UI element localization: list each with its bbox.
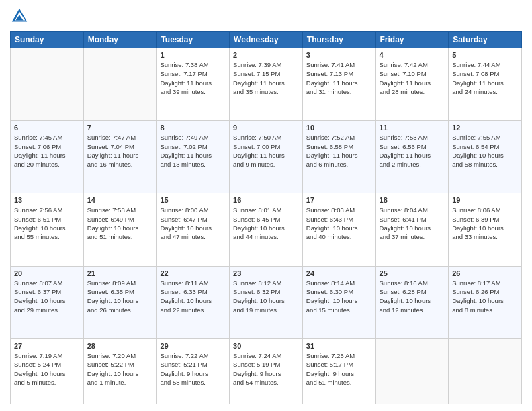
calendar-cell: 10Sunrise: 7:52 AM Sunset: 6:58 PM Dayli… [302,121,375,193]
day-content: Sunrise: 7:45 AM Sunset: 7:06 PM Dayligh… [14,133,80,169]
day-content: Sunrise: 8:17 AM Sunset: 6:26 PM Dayligh… [452,279,518,314]
day-number: 10 [306,124,372,132]
weekday-header-monday: Monday [83,32,157,48]
day-content: Sunrise: 7:25 AM Sunset: 5:17 PM Dayligh… [306,351,372,387]
day-content: Sunrise: 7:42 AM Sunset: 7:10 PM Dayligh… [380,60,445,96]
calendar-cell: 29Sunrise: 7:22 AM Sunset: 5:21 PM Dayli… [157,338,230,404]
day-number: 23 [233,269,299,277]
calendar-cell: 3Sunrise: 7:41 AM Sunset: 7:13 PM Daylig… [302,48,375,121]
day-number: 1 [160,51,226,59]
calendar-cell: 27Sunrise: 7:19 AM Sunset: 5:24 PM Dayli… [11,338,84,404]
calendar-cell: 26Sunrise: 8:17 AM Sunset: 6:26 PM Dayli… [449,266,522,338]
day-content: Sunrise: 7:39 AM Sunset: 7:15 PM Dayligh… [233,60,299,96]
weekday-header-saturday: Saturday [449,32,522,48]
day-content: Sunrise: 8:11 AM Sunset: 6:33 PM Dayligh… [160,279,226,314]
day-number: 31 [306,342,372,350]
day-content: Sunrise: 8:12 AM Sunset: 6:32 PM Dayligh… [233,279,299,314]
calendar-cell [449,338,522,404]
weekday-header-thursday: Thursday [302,32,375,48]
day-number: 21 [87,269,153,277]
calendar-cell [375,338,449,404]
day-number: 28 [87,342,153,350]
calendar-cell: 17Sunrise: 8:03 AM Sunset: 6:43 PM Dayli… [302,193,375,266]
day-number: 9 [233,124,299,132]
calendar-cell: 19Sunrise: 8:06 AM Sunset: 6:39 PM Dayli… [449,193,522,266]
calendar-cell: 4Sunrise: 7:42 AM Sunset: 7:10 PM Daylig… [375,48,449,121]
header [10,7,522,26]
day-number: 6 [14,124,80,132]
calendar-cell: 2Sunrise: 7:39 AM Sunset: 7:15 PM Daylig… [230,48,303,121]
calendar-cell: 16Sunrise: 8:01 AM Sunset: 6:45 PM Dayli… [230,193,303,266]
calendar-cell: 20Sunrise: 8:07 AM Sunset: 6:37 PM Dayli… [11,266,84,338]
day-number: 12 [452,124,518,132]
day-number: 7 [87,124,153,132]
day-content: Sunrise: 7:24 AM Sunset: 5:19 PM Dayligh… [233,351,299,387]
day-content: Sunrise: 8:03 AM Sunset: 6:43 PM Dayligh… [306,205,372,241]
day-content: Sunrise: 7:44 AM Sunset: 7:08 PM Dayligh… [452,60,518,96]
calendar-cell: 15Sunrise: 8:00 AM Sunset: 6:47 PM Dayli… [157,193,230,266]
calendar-cell: 24Sunrise: 8:14 AM Sunset: 6:30 PM Dayli… [302,266,375,338]
weekday-header-row: SundayMondayTuesdayWednesdayThursdayFrid… [11,32,522,48]
weekday-header-tuesday: Tuesday [157,32,230,48]
calendar-week-row: 6Sunrise: 7:45 AM Sunset: 7:06 PM Daylig… [11,121,522,193]
calendar-week-row: 20Sunrise: 8:07 AM Sunset: 6:37 PM Dayli… [11,266,522,338]
calendar-cell: 28Sunrise: 7:20 AM Sunset: 5:22 PM Dayli… [83,338,157,404]
calendar-cell: 21Sunrise: 8:09 AM Sunset: 6:35 PM Dayli… [83,266,157,338]
calendar-cell: 18Sunrise: 8:04 AM Sunset: 6:41 PM Dayli… [375,193,449,266]
day-content: Sunrise: 7:55 AM Sunset: 6:54 PM Dayligh… [452,133,518,169]
day-content: Sunrise: 7:22 AM Sunset: 5:21 PM Dayligh… [160,351,226,387]
day-content: Sunrise: 7:49 AM Sunset: 7:02 PM Dayligh… [160,133,226,169]
day-number: 22 [160,269,226,277]
day-number: 26 [452,269,518,277]
day-content: Sunrise: 7:20 AM Sunset: 5:22 PM Dayligh… [87,351,153,387]
day-number: 11 [380,124,445,132]
day-content: Sunrise: 7:50 AM Sunset: 7:00 PM Dayligh… [233,133,299,169]
calendar-cell [11,48,84,121]
calendar-cell: 14Sunrise: 7:58 AM Sunset: 6:49 PM Dayli… [83,193,157,266]
calendar-cell: 5Sunrise: 7:44 AM Sunset: 7:08 PM Daylig… [449,48,522,121]
calendar-cell: 23Sunrise: 8:12 AM Sunset: 6:32 PM Dayli… [230,266,303,338]
day-number: 30 [233,342,299,350]
calendar-cell: 13Sunrise: 7:56 AM Sunset: 6:51 PM Dayli… [11,193,84,266]
day-number: 14 [87,196,153,204]
day-content: Sunrise: 8:14 AM Sunset: 6:30 PM Dayligh… [306,279,372,314]
day-content: Sunrise: 8:00 AM Sunset: 6:47 PM Dayligh… [160,205,226,241]
weekday-header-wednesday: Wednesday [230,32,303,48]
day-content: Sunrise: 7:56 AM Sunset: 6:51 PM Dayligh… [14,205,80,241]
day-number: 16 [233,196,299,204]
day-number: 18 [380,196,445,204]
day-number: 24 [306,269,372,277]
calendar-cell: 9Sunrise: 7:50 AM Sunset: 7:00 PM Daylig… [230,121,303,193]
day-content: Sunrise: 8:16 AM Sunset: 6:28 PM Dayligh… [380,279,445,314]
calendar-week-row: 13Sunrise: 7:56 AM Sunset: 6:51 PM Dayli… [11,193,522,266]
day-number: 19 [452,196,518,204]
day-content: Sunrise: 8:06 AM Sunset: 6:39 PM Dayligh… [452,205,518,241]
day-content: Sunrise: 8:01 AM Sunset: 6:45 PM Dayligh… [233,205,299,241]
day-content: Sunrise: 7:52 AM Sunset: 6:58 PM Dayligh… [306,133,372,169]
day-number: 4 [380,51,445,59]
calendar-table: SundayMondayTuesdayWednesdayThursdayFrid… [10,31,522,404]
calendar-cell: 12Sunrise: 7:55 AM Sunset: 6:54 PM Dayli… [449,121,522,193]
calendar-cell: 25Sunrise: 8:16 AM Sunset: 6:28 PM Dayli… [375,266,449,338]
day-content: Sunrise: 8:04 AM Sunset: 6:41 PM Dayligh… [380,205,445,241]
calendar-cell: 11Sunrise: 7:53 AM Sunset: 6:56 PM Dayli… [375,121,449,193]
day-number: 5 [452,51,518,59]
calendar-cell: 30Sunrise: 7:24 AM Sunset: 5:19 PM Dayli… [230,338,303,404]
day-content: Sunrise: 7:53 AM Sunset: 6:56 PM Dayligh… [380,133,445,169]
day-content: Sunrise: 7:38 AM Sunset: 7:17 PM Dayligh… [160,60,226,96]
day-number: 20 [14,269,80,277]
day-number: 3 [306,51,372,59]
day-number: 17 [306,196,372,204]
calendar-week-row: 27Sunrise: 7:19 AM Sunset: 5:24 PM Dayli… [11,338,522,404]
day-number: 8 [160,124,226,132]
day-number: 25 [380,269,445,277]
logo-icon [10,7,29,26]
calendar-cell [83,48,157,121]
day-content: Sunrise: 7:41 AM Sunset: 7:13 PM Dayligh… [306,60,372,96]
logo [10,7,32,26]
day-content: Sunrise: 8:09 AM Sunset: 6:35 PM Dayligh… [87,279,153,314]
weekday-header-sunday: Sunday [11,32,84,48]
calendar-cell: 6Sunrise: 7:45 AM Sunset: 7:06 PM Daylig… [11,121,84,193]
day-number: 29 [160,342,226,350]
day-content: Sunrise: 8:07 AM Sunset: 6:37 PM Dayligh… [14,279,80,314]
